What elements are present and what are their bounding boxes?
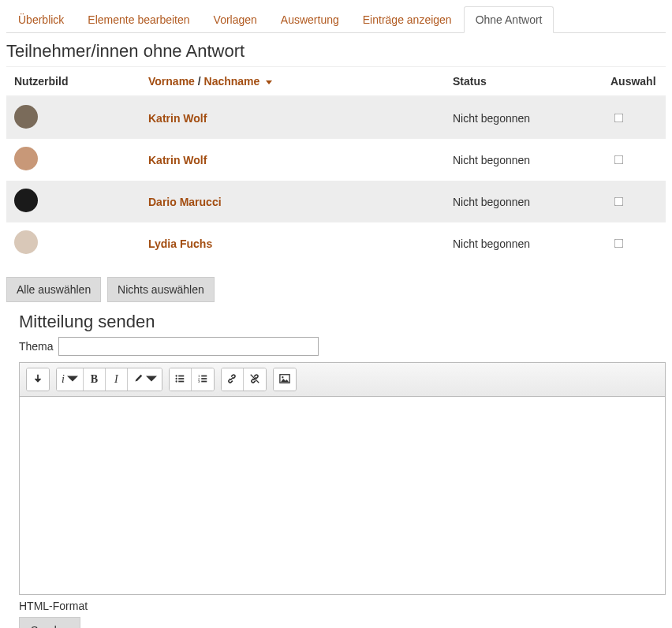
table-row: Lydia FuchsNicht begonnen (6, 222, 666, 264)
sort-firstname[interactable]: Vorname (148, 75, 195, 88)
tab-show-entries[interactable]: Einträge anzeigen (351, 6, 464, 33)
select-row-checkbox[interactable] (614, 114, 624, 123)
bulk-action-buttons: Alle auswählen Nichts auswählen (6, 277, 666, 302)
svg-point-2 (176, 377, 177, 379)
italic-icon: I (114, 373, 118, 386)
svg-rect-7 (201, 375, 207, 376)
toolbar-bold-button[interactable]: B (84, 368, 106, 391)
toolbar-paragraph-button[interactable]: i (57, 368, 84, 391)
send-button[interactable]: Senden (19, 617, 80, 628)
svg-text:3: 3 (198, 379, 200, 383)
svg-rect-5 (179, 380, 185, 382)
subject-label: Thema (19, 340, 54, 353)
status-cell: Nicht begonnen (445, 139, 603, 181)
tab-overview[interactable]: Überblick (6, 6, 76, 33)
toolbar-color-button[interactable] (128, 368, 162, 391)
format-label: HTML-Format (19, 600, 666, 612)
svg-point-13 (282, 376, 283, 378)
table-row: Katrin WolfNicht begonnen (6, 96, 666, 139)
participant-name-link[interactable]: Katrin Wolf (148, 112, 207, 125)
svg-rect-9 (201, 378, 207, 379)
editor-toolbar: i B I (20, 363, 665, 397)
page-title: Teilnehmer/innen ohne Antwort (6, 41, 666, 62)
svg-rect-3 (179, 378, 185, 379)
col-separator: / (195, 75, 204, 88)
brush-icon (133, 373, 144, 387)
rich-text-editor: i B I (19, 362, 666, 595)
toolbar-expand-button[interactable] (27, 368, 49, 391)
select-row-checkbox[interactable] (614, 239, 624, 249)
col-header-select: Auswahl (603, 67, 666, 96)
toolbar-unlink-button[interactable] (244, 368, 266, 391)
participant-name-link[interactable]: Lydia Fuchs (148, 237, 212, 250)
participant-name-link[interactable]: Dario Marucci (148, 196, 222, 208)
col-header-status: Status (445, 67, 603, 96)
subject-input[interactable] (58, 337, 319, 356)
paragraph-icon: i (62, 373, 65, 386)
tab-bar: Überblick Elemente bearbeiten Vorlagen A… (6, 6, 666, 33)
avatar (14, 230, 38, 254)
select-row-checkbox[interactable] (614, 197, 624, 207)
participants-table: Nutzerbild Vorname / Nachname Status Aus… (6, 67, 666, 264)
dropdown-caret-icon (67, 373, 78, 387)
unlink-icon (249, 373, 260, 387)
svg-point-0 (176, 375, 177, 376)
editor-textarea[interactable] (20, 397, 665, 594)
toolbar-unordered-list-button[interactable] (170, 368, 192, 391)
avatar (14, 147, 38, 170)
participant-name-link[interactable]: Katrin Wolf (148, 154, 207, 166)
select-all-button[interactable]: Alle auswählen (6, 277, 101, 302)
sort-lastname[interactable]: Nachname (204, 75, 260, 88)
svg-rect-1 (179, 375, 185, 376)
status-cell: Nicht begonnen (445, 181, 603, 222)
toolbar-image-button[interactable] (274, 368, 296, 391)
toolbar-italic-button[interactable]: I (106, 368, 128, 391)
bold-icon: B (91, 373, 98, 386)
dropdown-caret-icon (146, 373, 157, 387)
table-row: Dario MarucciNicht begonnen (6, 181, 666, 222)
col-header-picture: Nutzerbild (6, 67, 140, 96)
tab-analysis[interactable]: Auswertung (269, 6, 351, 33)
sort-desc-icon (266, 80, 272, 84)
tab-edit-elements[interactable]: Elemente bearbeiten (76, 6, 201, 33)
arrow-down-icon (32, 373, 43, 387)
list-ul-icon (174, 373, 185, 387)
toolbar-ordered-list-button[interactable]: 123 (192, 368, 214, 391)
link-icon (226, 373, 237, 387)
svg-point-4 (176, 380, 177, 382)
col-header-name: Vorname / Nachname (140, 67, 445, 96)
message-heading: Mitteilung senden (19, 312, 666, 332)
tab-templates[interactable]: Vorlagen (202, 6, 269, 33)
svg-rect-11 (201, 380, 207, 382)
tab-no-response[interactable]: Ohne Antwort (464, 6, 554, 33)
list-ol-icon: 123 (197, 373, 208, 387)
toolbar-link-button[interactable] (222, 368, 244, 391)
table-row: Katrin WolfNicht begonnen (6, 139, 666, 181)
status-cell: Nicht begonnen (445, 96, 603, 139)
select-row-checkbox[interactable] (614, 155, 624, 165)
avatar (14, 105, 38, 129)
status-cell: Nicht begonnen (445, 222, 603, 264)
image-icon (279, 373, 290, 387)
avatar (14, 189, 38, 212)
select-none-button[interactable]: Nichts auswählen (107, 277, 215, 302)
